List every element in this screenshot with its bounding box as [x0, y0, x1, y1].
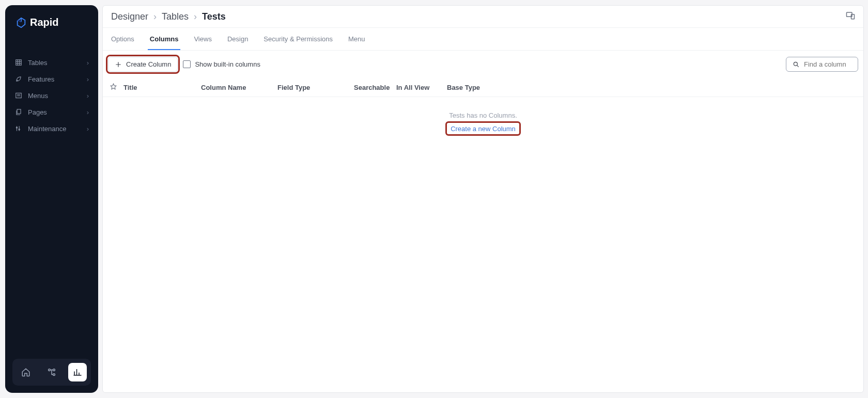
sliders-icon	[14, 124, 23, 133]
sidebar-item-tables[interactable]: Tables ›	[5, 54, 98, 71]
chart-icon	[73, 368, 82, 377]
sidebar-item-pages[interactable]: Pages ›	[5, 104, 98, 120]
sidebar-item-label: Maintenance	[28, 125, 82, 133]
highlight-create-link: Create a new Column	[446, 122, 520, 135]
column-header-base-type[interactable]: Base Type	[447, 84, 480, 91]
chevron-right-icon: ›	[87, 92, 89, 100]
column-header-star[interactable]	[110, 83, 123, 91]
create-new-column-link[interactable]: Create a new Column	[451, 125, 516, 133]
copy-icon	[14, 108, 23, 116]
devices-icon[interactable]	[846, 11, 855, 22]
checkbox-icon	[183, 60, 191, 68]
show-builtin-toggle[interactable]: Show built-in columns	[183, 60, 260, 68]
search-input[interactable]	[804, 60, 851, 68]
brand-logo: Rapid	[5, 17, 98, 54]
tab-menu[interactable]: Menu	[346, 28, 367, 50]
chevron-right-icon: ›	[87, 125, 89, 133]
tree-icon	[47, 368, 56, 377]
rocket-icon	[14, 75, 23, 83]
table-header-row: Title Column Name Field Type Searchable …	[103, 78, 863, 97]
empty-message: Tests has no Columns.	[103, 112, 863, 119]
chevron-right-icon: ›	[194, 11, 197, 22]
sidebar-item-label: Tables	[28, 59, 82, 67]
svg-marker-22	[111, 84, 116, 89]
column-header-searchable[interactable]: Searchable	[354, 84, 396, 91]
sidebar-item-label: Menus	[28, 92, 82, 100]
chevron-right-icon: ›	[87, 59, 89, 67]
tab-views[interactable]: Views	[192, 28, 213, 50]
svg-point-15	[53, 374, 55, 376]
list-icon	[14, 91, 23, 100]
toolbar: Create Column Show built-in columns	[103, 51, 863, 78]
breadcrumb-root[interactable]: Designer	[111, 11, 148, 22]
chevron-right-icon: ›	[153, 11, 157, 22]
highlight-create-column: Create Column	[108, 57, 178, 72]
sidebar-item-label: Features	[28, 75, 82, 83]
column-header-title[interactable]: Title	[123, 84, 201, 91]
tree-button[interactable]	[42, 363, 61, 381]
column-header-name[interactable]: Column Name	[201, 84, 277, 91]
sidebar-item-features[interactable]: Features ›	[5, 71, 98, 87]
svg-point-13	[49, 369, 51, 371]
sidebar-item-maintenance[interactable]: Maintenance ›	[5, 120, 98, 137]
tab-columns[interactable]: Columns	[148, 28, 181, 50]
column-header-in-all-view[interactable]: In All View	[396, 84, 447, 91]
breadcrumb: Designer › Tables › Tests	[111, 11, 226, 22]
create-column-label: Create Column	[126, 60, 171, 68]
column-header-field-type[interactable]: Field Type	[277, 84, 354, 91]
search-box[interactable]	[786, 57, 858, 72]
tab-options[interactable]: Options	[109, 28, 136, 50]
topbar: Designer › Tables › Tests	[103, 6, 863, 28]
brand-name: Rapid	[30, 17, 59, 28]
sidebar: Rapid Tables › Features › Menus › Pages …	[5, 5, 98, 393]
svg-point-14	[53, 369, 55, 371]
sidebar-item-label: Pages	[28, 108, 82, 116]
tab-design[interactable]: Design	[225, 28, 250, 50]
tabs: Options Columns Views Design Security & …	[103, 28, 863, 51]
svg-point-20	[794, 62, 797, 66]
plus-icon	[115, 61, 122, 68]
main-panel: Designer › Tables › Tests Options Column…	[102, 5, 864, 393]
svg-rect-0	[16, 60, 22, 66]
chevron-right-icon: ›	[87, 75, 89, 83]
chart-button[interactable]	[68, 363, 87, 381]
empty-state: Tests has no Columns. Create a new Colum…	[103, 97, 863, 135]
svg-line-21	[797, 65, 798, 67]
breadcrumb-current: Tests	[202, 11, 226, 22]
home-icon	[21, 368, 30, 377]
hexagon-icon	[16, 17, 27, 28]
tab-security[interactable]: Security & Permissions	[261, 28, 335, 50]
sidebar-item-menus[interactable]: Menus ›	[5, 87, 98, 104]
nav-list: Tables › Features › Menus › Pages › Main…	[5, 54, 98, 359]
svg-rect-8	[17, 109, 21, 114]
show-builtin-label: Show built-in columns	[195, 60, 260, 68]
grid-icon	[14, 58, 23, 67]
sidebar-bottom-bar	[12, 359, 91, 386]
star-icon	[110, 83, 117, 90]
chevron-right-icon: ›	[87, 108, 89, 116]
home-button[interactable]	[17, 363, 35, 381]
search-icon	[793, 61, 800, 68]
breadcrumb-section[interactable]: Tables	[162, 11, 189, 22]
create-column-button[interactable]: Create Column	[108, 57, 178, 72]
